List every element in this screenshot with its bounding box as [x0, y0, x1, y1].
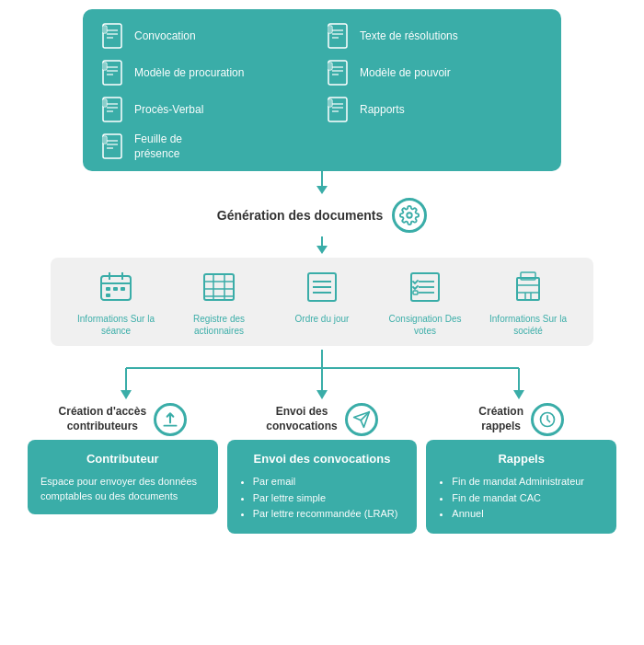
list-item-mandat-cac: Fin de mandat CAC — [452, 491, 604, 505]
clock-icon — [538, 410, 557, 429]
generation-label: Génération des documents — [217, 207, 383, 224]
diagram: Convocation Texte de résolutions — [0, 0, 644, 645]
result-box-rappels: Rappels Fin de mandat Administrateur Fin… — [426, 440, 616, 534]
arrow-gen-to-info — [316, 236, 328, 254]
send-circle — [345, 403, 378, 436]
connector-svg — [28, 350, 616, 399]
doc-texte: Texte de résolutions — [327, 22, 543, 52]
info-societe: Informations Sur la société — [487, 267, 569, 337]
doc-label-modele-proc: Modèle de procuration — [134, 66, 244, 81]
result-box-contributeur: Contributeur Espace pour envoyer des don… — [28, 440, 218, 514]
upload-icon — [161, 410, 179, 429]
doc-convocation: Convocation — [101, 22, 317, 52]
generation-section: Génération des documents — [217, 198, 427, 233]
info-label-seance: Informations Sur la séance — [75, 313, 157, 337]
doc-feuille: Feuille deprésence — [101, 132, 317, 162]
info-ordre: Ordre du jour — [281, 267, 363, 325]
action-label-convocations: Envoi desconvocations — [266, 405, 337, 433]
checklist-icon — [405, 267, 445, 307]
info-label-actionnaires: Registre des actionnaires — [178, 313, 260, 337]
doc-label-feuille: Feuille deprésence — [134, 132, 182, 161]
arrow-line-1 — [321, 171, 323, 186]
list-item-email: Par email — [253, 475, 405, 489]
arrow-line-2 — [321, 236, 323, 246]
svg-rect-78 — [413, 291, 418, 294]
doc-rapports: Rapports — [327, 96, 543, 125]
svg-marker-90 — [121, 390, 132, 399]
table-icon — [199, 267, 239, 307]
gear-icon — [399, 205, 420, 225]
result-text-contributeur: Espace pour envoyer des données comptabl… — [40, 475, 205, 503]
doc-icon-convocation — [101, 22, 127, 52]
doc-label-texte: Texte de résolutions — [360, 29, 458, 44]
doc-modele-pouvoir: Modèle de pouvoir — [327, 59, 543, 88]
action-row-contributeur: Création d'accèscontributeurs — [59, 403, 188, 436]
result-list-rappels: Fin de mandat Administrateur Fin de mand… — [439, 475, 604, 521]
doc-label-convocation: Convocation — [134, 29, 196, 44]
action-row-rappels: Créationrappels — [478, 403, 564, 436]
arrow-head-2 — [316, 246, 328, 254]
result-title-contributeur: Contributeur — [40, 451, 205, 467]
doc-label-modele-pouvoir: Modèle de pouvoir — [360, 66, 451, 81]
result-box-convocations: Envoi des convocations Par email Par let… — [227, 440, 418, 534]
info-seance: Informations Sur la séance — [75, 267, 157, 337]
doc-label-rapports: Rapports — [360, 103, 405, 118]
clock-circle — [531, 403, 564, 436]
send-icon — [352, 410, 371, 429]
svg-rect-60 — [106, 287, 110, 291]
connector-area — [28, 350, 616, 399]
list-item-mandat-admin: Fin de mandat Administrateur — [452, 475, 604, 489]
info-actionnaires: Registre des actionnaires — [178, 267, 260, 337]
doc-label-pv: Procès-Verbal — [134, 103, 203, 118]
result-title-rappels: Rappels — [439, 451, 604, 467]
svg-marker-92 — [513, 390, 524, 399]
svg-rect-79 — [517, 278, 539, 300]
action-row-convocations: Envoi desconvocations — [266, 403, 377, 436]
doc-pv: Procès-Verbal — [101, 96, 317, 125]
doc-icon-pv — [101, 96, 127, 125]
info-label-societe: Informations Sur la société — [487, 313, 569, 337]
svg-rect-61 — [113, 287, 118, 291]
svg-rect-63 — [106, 294, 110, 297]
info-votes: Consignation Des votes — [384, 267, 466, 337]
action-label-contributeur: Création d'accèscontributeurs — [59, 405, 147, 433]
info-bar: Informations Sur la séance Registre des … — [51, 258, 593, 346]
doc-modele-proc: Modèle de procuration — [101, 59, 317, 88]
calendar-icon — [96, 267, 136, 307]
arrow-docs-to-gen — [316, 171, 328, 194]
bottom-section: Création d'accèscontributeurs Contribute… — [28, 403, 616, 534]
svg-marker-91 — [316, 390, 328, 399]
col-rappels: Créationrappels Rappels Fin de mandat Ad… — [426, 403, 616, 534]
list-item-lettre-simple: Par lettre simple — [253, 491, 405, 505]
doc-icon-feuille — [101, 132, 127, 162]
gear-circle — [392, 198, 427, 233]
building-icon — [508, 267, 548, 307]
col-contributeur: Création d'accèscontributeurs Contribute… — [28, 403, 218, 514]
svg-rect-62 — [121, 287, 125, 291]
info-label-ordre: Ordre du jour — [295, 313, 350, 325]
result-title-convocations: Envoi des convocations — [240, 451, 405, 467]
doc-icon-modele-proc — [101, 59, 127, 88]
upload-circle — [154, 403, 187, 436]
doc-icon-texte — [327, 22, 352, 52]
result-list-convocations: Par email Par lettre simple Par lettre r… — [240, 475, 405, 521]
doc-icon-modele-pouvoir — [327, 59, 352, 88]
info-label-votes: Consignation Des votes — [384, 313, 466, 337]
doc-icon-rapports — [327, 96, 352, 125]
list-item-lrar: Par lettre recommandée (LRAR) — [253, 507, 405, 521]
arrow-head-1 — [316, 186, 328, 194]
list-item-annuel: Annuel — [452, 507, 604, 521]
documents-box: Convocation Texte de résolutions — [83, 9, 561, 171]
action-label-rappels: Créationrappels — [478, 405, 523, 433]
list-icon — [302, 267, 342, 307]
col-convocations: Envoi desconvocations Envoi des convocat… — [227, 403, 418, 534]
